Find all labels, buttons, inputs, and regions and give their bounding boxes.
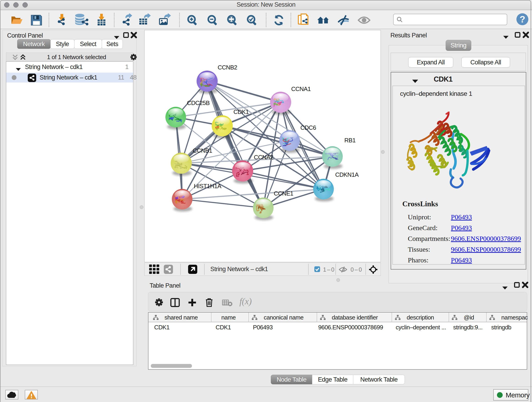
svg-text:CDK1: CDK1 [234,108,249,115]
svg-text:CCNA1: CCNA1 [291,85,311,92]
svg-text:CCNB2: CCNB2 [218,64,237,71]
svg-text:CCNE1: CCNE1 [274,190,293,197]
svg-text:CCNB1: CCNB1 [193,147,212,154]
svg-text:RB1: RB1 [344,137,355,144]
svg-text:CDKN1A: CDKN1A [335,171,359,178]
svg-text:CDC6: CDC6 [300,124,316,131]
svg-text:CCNA2: CCNA2 [254,154,273,161]
svg-text:CDC25B: CDC25B [187,99,210,106]
svg-text:HIST1H1A: HIST1H1A [194,183,222,190]
